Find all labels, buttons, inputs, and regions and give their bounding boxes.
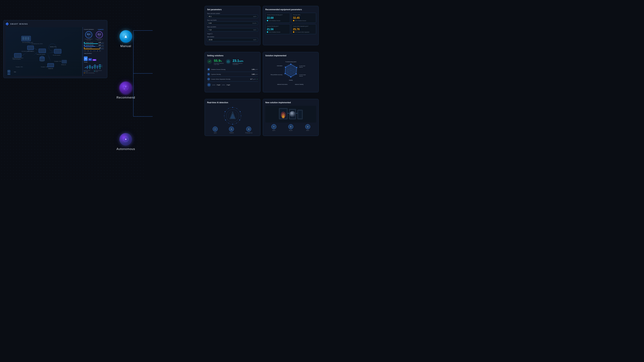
- sol-bottom-icon: [207, 83, 211, 87]
- rec-pressure-icon: [293, 20, 294, 21]
- svg-rect-27: [14, 53, 21, 57]
- param-std-val: 0.26: [209, 22, 212, 24]
- svg-point-93: [290, 64, 291, 65]
- orb-manual-icon: [122, 33, 129, 40]
- new-sol-icon-ad: ✦ Ad/%: [271, 124, 276, 131]
- ai-icon-ad: ⬡ Ad/%: [213, 126, 218, 133]
- ind-shallow-row: Shallow Groove 1.75 g/cm³: [84, 42, 104, 44]
- sol-cyclone-density-unit: g/cm³: [255, 74, 258, 75]
- ind-shallow-bar: [84, 43, 98, 44]
- orb-recommend[interactable]: [120, 82, 132, 94]
- new-ad-icon: ✦: [271, 124, 276, 129]
- svg-rect-45: [90, 65, 90, 69]
- svg-text:Coal volume per hour: 500 t/h: Coal volume per hour: 500 t/h: [12, 57, 23, 58]
- ind-yield-circle: 55.6 % Optimized Washed Coal Yield: [84, 31, 94, 40]
- svg-text:-: -: [8, 73, 9, 75]
- ai-icons-row: ⬡ Ad/% & YWAN% ⊕ Production (t): [207, 126, 258, 133]
- sol-ash-icon: [226, 59, 230, 64]
- sol-coarse-row-icon: [207, 78, 210, 81]
- svg-point-54: [125, 86, 126, 87]
- ai-detection-panel: Real-time AI detection: [204, 99, 260, 136]
- solution-impl-panel: Solution implemented: [263, 52, 319, 92]
- rec-coarse-slime: Coarse slime separator g/cm³ 25.76 0T1 C…: [292, 24, 316, 34]
- ind-assist-val: 6: [88, 50, 88, 51]
- mode-manual[interactable]: Manual: [120, 30, 132, 48]
- ind-cyclone-unit: g/cm³: [102, 45, 104, 46]
- svg-point-56: [126, 88, 128, 89]
- orb-manual[interactable]: [120, 30, 132, 43]
- rec-shallow-groove: Shallow Groove Density g/cm³ 22.68 0X1S …: [265, 13, 290, 23]
- orb-autonomous[interactable]: [120, 133, 132, 146]
- rec-shallow-header: Shallow Groove Density g/cm³: [267, 14, 289, 15]
- svg-text:Troubleshooting speed: Troubleshooting speed: [285, 61, 296, 62]
- new-sol-icon-std: S St.d/%: [288, 124, 293, 131]
- rec-pressure: Pressure MPa 32.45 0312 Shallow Groove: [292, 13, 316, 23]
- svg-point-112: [232, 107, 233, 108]
- rec-coarse-header: Coarse slime separator g/cm³: [293, 26, 315, 27]
- yield-val-3: 15.2: [94, 59, 95, 60]
- sol-shallow-svg: [208, 68, 210, 70]
- equipment-svg: Raw coal preparation system Diameter: 45…: [6, 27, 81, 76]
- svg-rect-42: [8, 73, 10, 75]
- ind-cyclone-row: Cyclone Density 1.57 g/cm³: [84, 44, 104, 46]
- svg-text:Cyclone separator: Cyclone separator: [27, 51, 34, 52]
- yield-val-1: 56.3: [85, 58, 87, 59]
- mode-autonomous[interactable]: Autonomous: [116, 133, 135, 151]
- sol-cyclone-svg: [208, 73, 210, 75]
- svg-text:Diameter: 45 m: Diameter: 45 m: [50, 46, 56, 47]
- ind-coarse-unit: g/cm³: [102, 47, 104, 48]
- mining-header: SMART MINING: [6, 22, 105, 26]
- ind-ash-unit: Ad%: [98, 35, 100, 36]
- mining-logo-icon: [6, 22, 9, 26]
- svg-point-95: [296, 73, 297, 74]
- ind-circles: 55.6 % Optimized Washed Coal Yield 23.5 …: [84, 31, 104, 40]
- param-std: Raw coal St/d% 0.26 St.d/%: [207, 19, 258, 25]
- svg-text:Shallow slot separator: Shallow slot separator: [12, 59, 21, 60]
- param-mt-input[interactable]: 7.12 Mt/%: [207, 28, 258, 31]
- param-mt-unit: Mt/%: [254, 29, 256, 31]
- rec-cyclone-icon: [267, 31, 268, 33]
- new-sol-icon-mt: ⊕ Mt/%: [305, 124, 310, 131]
- svg-point-53: [123, 85, 128, 90]
- param-mt: Raw coal Mt/% 7.12 Mt/%: [207, 26, 258, 31]
- ind-yield-unit: %: [88, 35, 89, 36]
- ind-ash-label: Estimated Monitor Coal Ash%: [95, 38, 104, 40]
- yield-val-2: 28.1: [89, 59, 91, 60]
- new-std-icon: S: [288, 124, 293, 129]
- 3d-visualization: Raw coal preparation system Diameter: 45…: [6, 27, 105, 76]
- radar-chart: Troubleshooting speed of yield target at…: [266, 59, 316, 90]
- sol-metrics: 55.9% Estimated Washed Coal Yield 23.1Ad…: [207, 59, 258, 65]
- sol-coarse-sep-label: Coarse Slime Separator Density: [211, 78, 230, 80]
- svg-rect-21: [27, 46, 34, 50]
- rec-coarse-val: 25.76: [293, 28, 315, 31]
- param-mt-label: Raw coal Mt/%: [207, 26, 258, 28]
- param-ash-res-input[interactable]: 23.93 Ad/%: [207, 38, 258, 41]
- ind-cyclone-bar: [84, 46, 95, 46]
- svg-rect-48: [97, 65, 98, 69]
- svg-point-119: [228, 123, 229, 123]
- trends-title: Trends: [84, 61, 88, 63]
- svg-point-31: [40, 60, 44, 61]
- param-ash-input[interactable]: 45.1 Ad/%: [207, 15, 258, 18]
- rec-pressure-sub: 0312 Shallow Groove: [293, 20, 315, 21]
- svg-marker-92: [285, 64, 297, 77]
- svg-text:attained: attained: [299, 76, 303, 77]
- sol-shallow-val-group: 1.81 g/cm³: [252, 68, 258, 70]
- sol-coarse-sep-unit: g/cm³: [253, 79, 256, 80]
- param-std-input[interactable]: 0.26 St.d/%: [207, 21, 258, 25]
- sol-row-shallow-left: Shallow Groove Density: [207, 68, 226, 71]
- mining-panel: SMART MINING: [3, 20, 107, 78]
- mining-title: SMART MINING: [10, 23, 28, 25]
- ind-assist-row: assist 6 kg/h cotton 3 kg/h: [84, 50, 104, 51]
- svg-point-114: [240, 111, 240, 112]
- svg-point-96: [290, 76, 291, 77]
- legend-color-3: [84, 73, 85, 73]
- ind-shallow-label: Shallow Groove: [86, 42, 98, 43]
- orb-autonomous-icon: [122, 136, 129, 143]
- svg-point-98: [285, 67, 286, 68]
- sol-check-icon: ✓: [256, 78, 258, 80]
- svg-point-116: [239, 120, 240, 120]
- new-sol-icons-row: ✦ Ad/% S St.d/% ⊕ Mt/%: [265, 124, 316, 131]
- mode-recommend[interactable]: Recommend: [116, 82, 135, 99]
- sol-ash-val: 23.1Ad/%: [232, 59, 243, 63]
